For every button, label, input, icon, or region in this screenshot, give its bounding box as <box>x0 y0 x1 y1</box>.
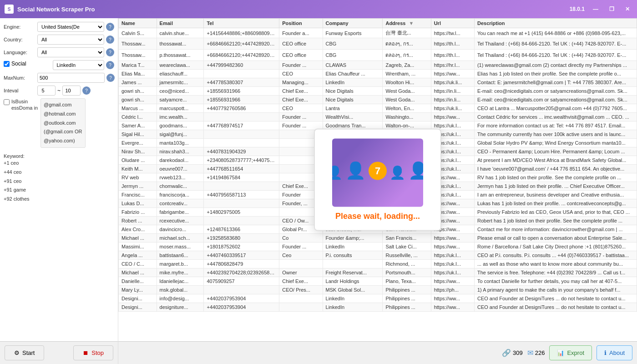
cell-tel <box>204 286 279 294</box>
col-address[interactable]: Address ▼ <box>383 19 431 28</box>
cell-description: Robert has 1 job listed on their profile… <box>474 217 637 225</box>
language-row: Language: All ? <box>4 47 114 57</box>
cell-url: https://uk.l... <box>431 260 474 268</box>
cell-tel <box>204 139 279 147</box>
table-row[interactable]: Cédric l...imc.wealth...Founder ...Wealt… <box>119 113 637 121</box>
cell-tel: +18018752602 <box>204 243 279 251</box>
inteval-min-input[interactable] <box>37 86 56 96</box>
cell-description: CEO at P.i. consults. P.i. consults ... … <box>474 251 637 260</box>
isbusiness-checkbox[interactable] <box>4 99 10 105</box>
language-label: Language: <box>4 50 35 55</box>
cell-name: Michael ... <box>119 268 157 277</box>
about-button[interactable]: ℹ About <box>597 345 632 360</box>
cell-address: Salt Lake Ci... <box>383 243 431 251</box>
cell-tel: +447785380307 <box>204 78 279 87</box>
cell-url: https://uk.l... <box>431 251 474 260</box>
cell-company <box>323 260 383 268</box>
cell-description: At present I am MD/CEO West Africa at Br… <box>474 156 637 165</box>
col-name[interactable]: Name <box>119 19 157 28</box>
country-help-button[interactable]: ? <box>106 35 114 44</box>
cell-company: Founder &amp;... <box>323 234 383 243</box>
cell-email: thossawat... <box>157 38 204 50</box>
cell-name: James ... <box>119 78 157 87</box>
language-help-button[interactable]: ? <box>106 48 114 56</box>
table-row[interactable]: gowri sh...satyamcre...+18556931966Chief… <box>119 96 637 104</box>
table-row[interactable]: Danielle...ldaniellejac...4075909257Chie… <box>119 277 637 286</box>
cell-tel: +4407792760586 <box>204 104 279 113</box>
cell-company: CBG <box>323 50 383 61</box>
cell-company: WealthVisi... <box>323 113 383 121</box>
table-row[interactable]: Thossaw...p.thossawat...+66846662120;+44… <box>119 50 637 61</box>
cell-tel: +4407956587113 <box>204 191 279 199</box>
keyword-item-4: +91 game <box>4 186 114 195</box>
engine-label: Engine: <box>4 24 35 30</box>
restore-button[interactable]: ❐ <box>607 5 617 13</box>
col-url[interactable]: Url <box>431 19 474 28</box>
start-button[interactable]: ⚙ Start <box>5 345 44 360</box>
cell-email: franciscorja... <box>157 191 204 199</box>
table-row[interactable]: Marcus ...marcuspott...+4407792760586CEO… <box>119 104 637 113</box>
table-row[interactable]: Designi...designiture...+4402037953904Li… <box>119 303 637 312</box>
table-row[interactable]: Michael ...michael.sch...+19258583680CoF… <box>119 234 637 243</box>
cell-email: imc.wealth... <box>157 113 204 121</box>
cell-company: LinkedIn <box>323 294 383 303</box>
cell-description: I am an entrepreneur, business developer… <box>474 191 637 199</box>
table-row[interactable]: CEO / C...margaret.b...+447806828479Rich… <box>119 260 637 268</box>
cell-name: Alex Cro... <box>119 225 157 234</box>
cell-position: Ceo <box>279 251 323 260</box>
col-description[interactable]: Description <box>474 19 637 28</box>
cell-position: Founder ... <box>279 243 323 251</box>
table-row[interactable]: gowri sh...ceo@niced...+18556931966Chief… <box>119 87 637 96</box>
table-row[interactable]: Thossaw...thossawat...+66846662120;+4474… <box>119 38 637 50</box>
table-row[interactable]: Designi...info@desig...+4402037953904Lin… <box>119 294 637 303</box>
isbusiness-label: IsBusin essDoma in <box>11 98 39 111</box>
export-button[interactable]: 📊 Exprot <box>549 345 592 360</box>
close-button[interactable]: ✕ <box>622 5 632 13</box>
table-row[interactable]: Massimi...moser.mass...+18018752602Found… <box>119 243 637 251</box>
maxnum-help-button[interactable]: ? <box>106 74 115 82</box>
cell-address: West Goda... <box>383 96 431 104</box>
table-row[interactable]: Calvin S...calvin.shue...+14156448886;+8… <box>119 28 637 38</box>
cell-name: Oludare ... <box>119 156 157 165</box>
table-row[interactable]: Angela ...battistaan6...+4407460339517Ce… <box>119 251 637 260</box>
cell-description: 1) A primary agent to make the calls in … <box>474 286 637 294</box>
cell-position: Co <box>279 234 323 243</box>
maxnum-input[interactable] <box>37 73 105 83</box>
col-tel[interactable]: Tel <box>204 19 279 28</box>
table-row[interactable]: Marica T...weareclawa...+447999482360Fou… <box>119 61 637 70</box>
cell-tel: +18556931966 <box>204 87 279 96</box>
language-select[interactable]: All <box>37 47 104 57</box>
inteval-max-input[interactable] <box>62 86 81 96</box>
col-company[interactable]: Company <box>323 19 383 28</box>
cell-address: Russellville, ... <box>383 251 431 260</box>
engine-select[interactable]: United States(De <box>37 22 104 32</box>
cell-email: fabrigambe... <box>157 208 204 217</box>
cell-tel: +447768974517 <box>204 121 279 130</box>
col-email[interactable]: Email <box>157 19 204 28</box>
engine-help-button[interactable]: ? <box>106 23 114 31</box>
cell-address: Philippines ... <box>383 294 431 303</box>
about-icon: ℹ <box>604 349 607 356</box>
stop-button[interactable]: ⏹ Stop <box>73 345 113 360</box>
cell-position: Founder a... <box>279 28 323 38</box>
data-table-wrapper[interactable]: Name Email Tel Position Company Address … <box>118 18 637 341</box>
table-row[interactable]: Michael ...mike.myfre...+4402392704228;0… <box>119 268 637 277</box>
cell-description: CEO and Founder at DesigniTures ... do n… <box>474 294 637 303</box>
cell-description: Global Solar Hydro PV &amp; Wind Energy … <box>474 139 637 147</box>
social-help-button[interactable]: ? <box>106 61 114 69</box>
social-select[interactable]: LinkedIn <box>53 60 105 70</box>
cell-position: CEO <box>279 104 323 113</box>
social-checkbox[interactable] <box>4 61 10 67</box>
table-row[interactable]: James ...jamesrmitc...+447785380307Manag… <box>119 78 637 87</box>
email-count: 226 <box>535 349 545 356</box>
loading-overlay: 👤 👤 7 👤 👤 Please wait, loading... <box>314 129 441 231</box>
table-row[interactable]: Elias Ma...eliaschauff...CEOElias Chauff… <box>119 70 637 78</box>
country-select[interactable]: All <box>37 35 104 45</box>
inteval-help-button[interactable]: ? <box>82 86 91 95</box>
table-row[interactable]: Mary Ly...msk.global...CEO/ Pres...MSK G… <box>119 286 637 294</box>
cell-description: E-mail: ceo@nicedigitals.com or satyamcr… <box>474 96 637 104</box>
col-position[interactable]: Position <box>279 19 323 28</box>
cell-email: michael.sch... <box>157 234 204 243</box>
minimize-button[interactable]: — <box>590 5 601 13</box>
main-container: Email Extract Url Extract Engine: United… <box>0 18 637 364</box>
